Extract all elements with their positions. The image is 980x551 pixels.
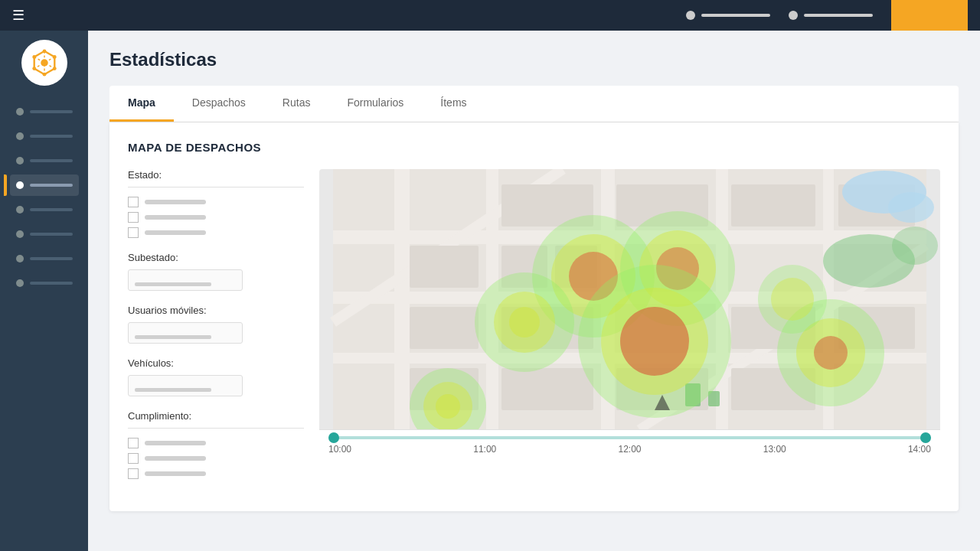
filter-subestado: Subestado: bbox=[128, 252, 304, 291]
sidebar-line-8 bbox=[30, 282, 73, 285]
timeline-label-2: 12:00 bbox=[618, 444, 641, 455]
svg-rect-34 bbox=[501, 368, 593, 410]
checkbox-cumplimiento-box-2[interactable] bbox=[128, 453, 139, 464]
checkbox-label-1 bbox=[145, 200, 206, 204]
checkbox-cumplimiento-label-3 bbox=[145, 471, 206, 476]
checkbox-cumplimiento-label-2 bbox=[145, 456, 206, 461]
sidebar-item-5[interactable] bbox=[10, 199, 79, 220]
topbar-slider-2[interactable] bbox=[804, 14, 873, 17]
tab-mapa[interactable]: Mapa bbox=[109, 86, 174, 122]
sidebar-line-1 bbox=[30, 110, 73, 113]
checkbox-cumplimiento-3 bbox=[128, 468, 304, 479]
checkbox-cumplimiento-1 bbox=[128, 438, 304, 448]
tab-rutas[interactable]: Rutas bbox=[264, 86, 329, 122]
topbar: ☰ bbox=[0, 0, 980, 31]
sidebar-line-5 bbox=[30, 208, 73, 211]
content-area: Estadísticas Mapa Despachos Rutas Formul… bbox=[88, 31, 980, 551]
svg-point-10 bbox=[32, 55, 36, 59]
svg-point-8 bbox=[42, 73, 46, 77]
filter-input-bar-vehiculos bbox=[135, 388, 211, 392]
checkbox-estado-2 bbox=[128, 212, 304, 223]
sidebar-dot-2 bbox=[16, 132, 24, 140]
topbar-orange-button[interactable] bbox=[891, 0, 968, 31]
filter-estado-label: Estado: bbox=[128, 169, 304, 181]
timeline-handle-left[interactable] bbox=[328, 432, 339, 443]
svg-point-57 bbox=[436, 394, 460, 419]
sidebar-item-2[interactable] bbox=[10, 126, 79, 147]
tab-formularios[interactable]: Formularios bbox=[328, 86, 422, 122]
topbar-slider-group-1 bbox=[686, 11, 770, 20]
tab-items[interactable]: Ítems bbox=[422, 86, 485, 122]
sidebar-item-8[interactable] bbox=[10, 272, 79, 294]
filter-vehiculos-input[interactable] bbox=[128, 375, 243, 396]
card-title: MAPA DE DESPACHOS bbox=[128, 141, 940, 154]
svg-point-62 bbox=[771, 278, 814, 321]
timeline-label-1: 11:00 bbox=[473, 444, 496, 455]
filter-input-bar-subestado bbox=[135, 282, 211, 286]
checkbox-cumplimiento-2 bbox=[128, 453, 304, 464]
filter-estado: Estado: bbox=[128, 169, 304, 238]
filter-usuarios-input[interactable] bbox=[128, 322, 243, 344]
sidebar-item-4[interactable] bbox=[10, 174, 79, 196]
svg-point-6 bbox=[52, 55, 56, 59]
svg-rect-27 bbox=[731, 184, 815, 227]
topbar-dot-2 bbox=[789, 11, 798, 20]
sidebar-dot-8 bbox=[16, 279, 24, 287]
map-card: MAPA DE DESPACHOS Estado: bbox=[109, 122, 959, 511]
sidebar-item-1[interactable] bbox=[10, 101, 79, 122]
svg-point-51 bbox=[620, 307, 689, 376]
checkbox-cumplimiento-box-1[interactable] bbox=[128, 438, 139, 448]
sidebar-item-7[interactable] bbox=[10, 248, 79, 269]
map-visual[interactable] bbox=[319, 169, 940, 429]
svg-point-38 bbox=[888, 192, 934, 223]
hamburger-icon[interactable]: ☰ bbox=[12, 7, 24, 24]
sidebar-logo[interactable] bbox=[21, 40, 67, 86]
filter-usuarios: Usuarios móviles: bbox=[128, 305, 304, 344]
filter-input-bar-usuarios bbox=[135, 335, 211, 339]
filter-subestado-label: Subestado: bbox=[128, 252, 304, 263]
topbar-slider-1[interactable] bbox=[701, 14, 770, 17]
sidebar-line-6 bbox=[30, 233, 73, 236]
checkbox-cumplimiento-box-3[interactable] bbox=[128, 468, 139, 479]
svg-point-9 bbox=[32, 67, 36, 70]
checkbox-estado-3 bbox=[128, 227, 304, 238]
svg-rect-29 bbox=[410, 307, 479, 349]
sidebar-line-4 bbox=[30, 184, 73, 187]
sidebar-item-6[interactable] bbox=[10, 223, 79, 245]
checkbox-label-2 bbox=[145, 215, 206, 220]
filter-usuarios-label: Usuarios móviles: bbox=[128, 305, 304, 316]
sidebar-dot-7 bbox=[16, 255, 24, 262]
filter-vehiculos: Vehículos: bbox=[128, 357, 304, 396]
topbar-dot-1 bbox=[686, 11, 695, 20]
main-layout: Estadísticas Mapa Despachos Rutas Formul… bbox=[0, 31, 980, 551]
sidebar-dot-3 bbox=[16, 157, 24, 165]
sidebar-line-7 bbox=[30, 257, 73, 260]
sidebar-dot-6 bbox=[16, 230, 24, 238]
timeline-label-0: 10:00 bbox=[328, 444, 351, 455]
checkbox-box-2[interactable] bbox=[128, 212, 139, 223]
filters-panel: Estado: bbox=[128, 169, 304, 493]
tab-despachos[interactable]: Despachos bbox=[174, 86, 264, 122]
filter-vehiculos-label: Vehículos: bbox=[128, 357, 304, 369]
svg-rect-15 bbox=[394, 169, 410, 429]
checkbox-cumplimiento-label-1 bbox=[145, 441, 206, 445]
tabs-container: Mapa Despachos Rutas Formularios Ítems bbox=[109, 86, 959, 122]
checkbox-box-1[interactable] bbox=[128, 197, 139, 207]
timeline-label-4: 14:00 bbox=[908, 444, 931, 455]
checkbox-box-3[interactable] bbox=[128, 227, 139, 238]
sidebar bbox=[0, 31, 88, 551]
filter-divider-1 bbox=[128, 187, 304, 187]
sidebar-item-3[interactable] bbox=[10, 150, 79, 171]
filter-subestado-input[interactable] bbox=[128, 269, 243, 291]
timeline-handle-right[interactable] bbox=[920, 432, 931, 443]
sidebar-dot-1 bbox=[16, 108, 24, 116]
map-timeline: 10:00 11:00 12:00 13:00 14:00 bbox=[319, 429, 940, 458]
timeline-track[interactable] bbox=[328, 436, 931, 439]
topbar-controls bbox=[686, 0, 968, 31]
checkbox-estado-1 bbox=[128, 197, 304, 207]
svg-point-7 bbox=[52, 67, 56, 70]
filter-cumplimiento-label: Cumplimiento: bbox=[128, 410, 304, 422]
filter-divider-2 bbox=[128, 428, 304, 429]
filter-cumplimiento: Cumplimiento: bbox=[128, 410, 304, 479]
page-title: Estadísticas bbox=[109, 49, 959, 70]
